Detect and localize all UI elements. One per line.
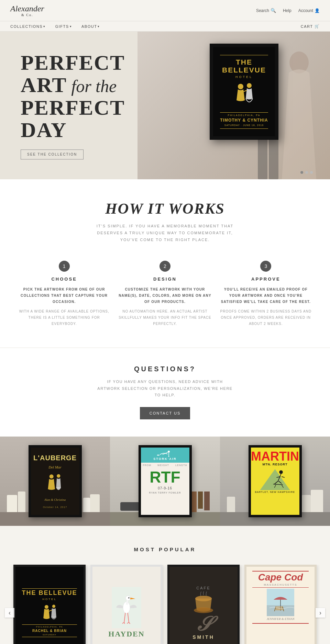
- contact-button[interactable]: CONTACT US: [140, 407, 190, 419]
- poster-hotel: HOTEL: [235, 75, 253, 79]
- step-2-desc2: NO AUTOMATION HERE. AN ACTUAL ARTIST SKI…: [118, 308, 212, 327]
- account-icon: 👤: [315, 8, 320, 13]
- svg-point-24: [44, 605, 48, 609]
- svg-point-31: [128, 597, 129, 598]
- gallery-item-lauberge: L'AUBERGE Del Mar Alan & Christina Octob…: [0, 437, 110, 526]
- most-popular-title: MOST POPULAR: [10, 546, 320, 552]
- prev-arrow[interactable]: ‹: [5, 608, 14, 618]
- svg-line-26: [48, 610, 52, 611]
- step-design: 2 DESIGN CUSTOMIZE THE ARTWORK WITH YOUR…: [118, 261, 212, 327]
- how-it-works-section: HOW IT WORKS IT'S SIMPLE. IF YOU HAVE A …: [0, 179, 330, 347]
- svg-point-9: [57, 474, 60, 478]
- svg-point-8: [50, 475, 54, 479]
- search-icon: 🔍: [271, 8, 276, 13]
- gifts-nav[interactable]: GIFTS ▾: [55, 24, 72, 29]
- dot-1[interactable]: [300, 171, 303, 174]
- svg-rect-46: [276, 609, 283, 610]
- poster-date: SATURDAY · JUNE 18, 2016: [224, 124, 264, 126]
- gallery-item-martin: MARTIN MTN. RESORT BARTLE: [220, 437, 330, 526]
- lauberge-frame: L'AUBERGE Del Mar Alan & Christina Octob…: [29, 445, 82, 517]
- gallery-strip: L'AUBERGE Del Mar Alan & Christina Octob…: [0, 437, 330, 526]
- poster-title: THE BELLEVUE: [217, 58, 271, 74]
- search-link[interactable]: Search 🔍: [256, 8, 276, 13]
- step-approve: 3 APPROVE YOU'LL RECEIVE AN EMAILED PROO…: [219, 261, 313, 327]
- hero-heading: PERFECT ART for the PERFECT DAY: [21, 52, 125, 141]
- gallery-item-rtf: STORK·AIR FROM WEIGHT LENGTH RTF 07-9-16…: [110, 437, 220, 526]
- questions-text: IF YOU HAVE ANY QUESTIONS, NEED ADVICE W…: [96, 379, 234, 399]
- collections-nav[interactable]: COLLECTIONS ▾: [10, 24, 46, 29]
- step-1-desc2: WITH A WIDE RANGE OF AVAILABLE OPTIONS, …: [17, 308, 111, 327]
- svg-rect-3: [269, 135, 278, 179]
- svg-line-18: [282, 477, 285, 478]
- header: Alexander & Co. Search 🔍 Help Account 👤: [0, 0, 330, 21]
- svg-point-40: [194, 607, 213, 613]
- popular-item-cafesmith[interactable]: CAFE: [167, 565, 240, 644]
- step-3-desc: YOU'LL RECEIVE AN EMAILED PROOF OF YOUR …: [219, 286, 313, 305]
- how-it-works-subtitle: IT'S SIMPLE. IF YOU HAVE A MEMORABLE MOM…: [96, 223, 234, 243]
- header-right: Search 🔍 Help Account 👤: [256, 8, 320, 13]
- step-2-title: DESIGN: [118, 276, 212, 282]
- rtf-frame: STORK·AIR FROM WEIGHT LENGTH RTF 07-9-16…: [139, 445, 192, 517]
- svg-point-6: [247, 83, 252, 88]
- svg-point-5: [238, 84, 243, 89]
- poster-names: TIMOTHY & CYNTHIA: [220, 118, 268, 123]
- popular-item-capecod[interactable]: Cape Cod MASSACHUSETTS: [244, 565, 317, 644]
- poster-art: [230, 81, 258, 109]
- svg-rect-44: [276, 607, 283, 607]
- dot-2[interactable]: [305, 171, 308, 174]
- how-it-works-title: HOW IT WORKS: [14, 200, 316, 217]
- popular-wrapper: ‹ THE BELLEVUE HOTEL: [10, 565, 320, 644]
- hero-poster-frame: THE BELLEVUE HOTEL PHILADELPHIA, PA TIMO…: [210, 44, 278, 140]
- svg-rect-2: [258, 135, 267, 179]
- poster-city: PHILADELPHIA, PA: [228, 114, 261, 116]
- step-choose: 1 CHOOSE PICK THE ARTWORK FROM ONE OF OU…: [17, 261, 111, 327]
- chevron-down-icon: ▾: [43, 25, 46, 28]
- questions-section: QUESTIONS? IF YOU HAVE ANY QUESTIONS, NE…: [0, 348, 330, 437]
- next-arrow[interactable]: ›: [316, 608, 325, 618]
- martin-frame: MARTIN MTN. RESORT BARTLE: [249, 445, 302, 517]
- hero-dots: [300, 171, 313, 174]
- see-collection-button[interactable]: SEE THE COLLECTION: [21, 149, 84, 159]
- account-link[interactable]: Account 👤: [298, 8, 320, 13]
- chevron-down-icon: ▾: [98, 25, 100, 28]
- step-3-title: APPROVE: [219, 276, 313, 282]
- step-2-number: 2: [160, 261, 170, 272]
- step-2-desc: CUSTOMIZE THE ARTWORK WITH YOUR NAME(S),…: [118, 286, 212, 305]
- steps-container: 1 CHOOSE PICK THE ARTWORK FROM ONE OF OU…: [17, 261, 313, 327]
- help-link[interactable]: Help: [283, 8, 292, 13]
- about-nav[interactable]: ABOUT ▾: [81, 24, 100, 29]
- most-popular-section: MOST POPULAR ‹ THE BELLEVUE HOTEL: [0, 526, 330, 644]
- popular-grid: THE BELLEVUE HOTEL PHILADELPHIA, PA: [10, 565, 320, 644]
- cart-link[interactable]: Cart 🛒: [301, 24, 320, 29]
- popular-item-hayden[interactable]: HAYDEN: [90, 565, 163, 644]
- svg-line-7: [243, 90, 247, 92]
- cart-icon: 🛒: [315, 24, 320, 29]
- popular-item-bellevue[interactable]: THE BELLEVUE HOTEL PHILADELPHIA, PA: [13, 565, 86, 644]
- svg-point-15: [279, 470, 283, 474]
- questions-title: QUESTIONS?: [14, 365, 316, 373]
- dot-3[interactable]: [310, 171, 313, 174]
- step-1-title: CHOOSE: [17, 276, 111, 282]
- logo: Alexander & Co.: [10, 4, 44, 17]
- svg-point-25: [52, 605, 55, 608]
- step-3-desc2: PROOFS COME WITHIN 2 BUSINESS DAYS AND O…: [219, 308, 313, 327]
- hero-image-area: THE BELLEVUE HOTEL PHILADELPHIA, PA TIMO…: [138, 32, 330, 179]
- step-1-number: 1: [59, 261, 70, 272]
- chevron-down-icon: ▾: [70, 25, 72, 28]
- step-1-desc: PICK THE ARTWORK FROM ONE OF OUR COLLECT…: [17, 286, 111, 305]
- svg-point-29: [125, 596, 130, 601]
- nav-left: COLLECTIONS ▾ GIFTS ▾ ABOUT ▾: [10, 24, 100, 29]
- nav-bar: COLLECTIONS ▾ GIFTS ▾ ABOUT ▾ Cart 🛒: [0, 21, 330, 32]
- step-3-number: 3: [260, 261, 271, 272]
- hero-text: PERFECT ART for the PERFECT DAY SEE THE …: [21, 52, 125, 159]
- hero-section: PERFECT ART for the PERFECT DAY SEE THE …: [0, 32, 330, 179]
